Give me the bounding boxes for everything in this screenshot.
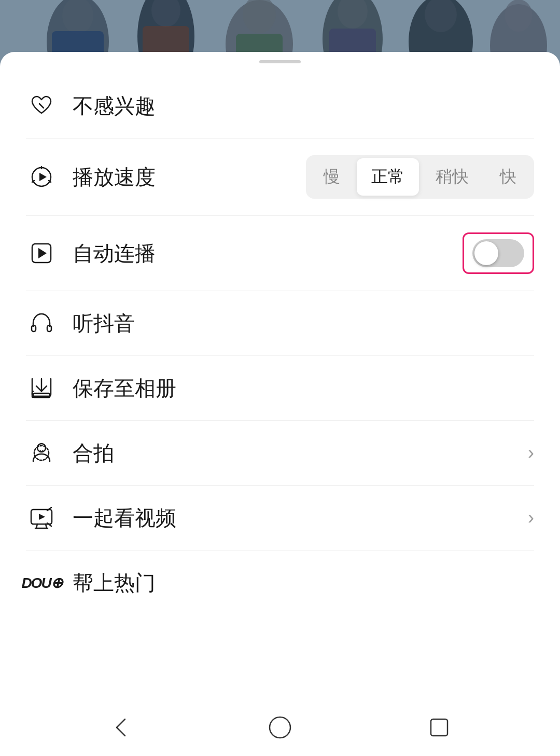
headphones-icon (26, 308, 57, 339)
nav-bar (0, 699, 560, 756)
auto-play-item[interactable]: 自动连播 (26, 216, 534, 291)
save-to-album-label: 保存至相册 (73, 374, 534, 403)
help-trending-item[interactable]: DOU⊕ 帮上热门 (26, 551, 534, 615)
nav-home-button[interactable] (259, 707, 301, 748)
bottom-sheet: 不感兴趣 播放速度 慢 正常 稍快 快 (0, 52, 560, 756)
watch-together-item[interactable]: 一起看视频 › (26, 486, 534, 551)
dou-plus-logo: DOU⊕ (21, 574, 61, 592)
listen-douyin-label: 听抖音 (73, 309, 534, 338)
svg-marker-19 (39, 173, 47, 181)
menu-list: 不感兴趣 播放速度 慢 正常 稍快 快 (0, 74, 560, 615)
toggle-knob (474, 241, 498, 265)
svg-marker-24 (38, 248, 47, 258)
speed-selector[interactable]: 慢 正常 稍快 快 (306, 155, 534, 199)
save-to-album-item[interactable]: 保存至相册 (26, 356, 534, 421)
svg-line-17 (39, 104, 44, 108)
download-icon (26, 373, 57, 404)
speed-slow[interactable]: 慢 (309, 158, 355, 196)
heart-broken-icon (26, 90, 57, 121)
svg-point-12 (505, 0, 533, 32)
not-interested-label: 不感兴趣 (73, 92, 534, 120)
svg-rect-34 (431, 719, 447, 736)
svg-point-29 (34, 446, 49, 460)
auto-play-toggle-wrapper (463, 232, 534, 274)
watch-together-icon (26, 502, 57, 533)
speed-normal[interactable]: 正常 (357, 158, 419, 196)
not-interested-item[interactable]: 不感兴趣 (26, 74, 534, 139)
drag-handle[interactable] (259, 60, 301, 63)
watch-together-label: 一起看视频 (73, 504, 523, 532)
nav-recents-button[interactable] (418, 707, 460, 748)
auto-play-icon (26, 238, 57, 269)
listen-douyin-item[interactable]: 听抖音 (26, 291, 534, 356)
collab-icon (26, 437, 57, 469)
nav-back-button[interactable] (100, 707, 142, 748)
speed-fast[interactable]: 快 (485, 158, 531, 196)
dou-icon: DOU⊕ (26, 567, 57, 598)
svg-marker-32 (39, 514, 45, 520)
help-trending-label: 帮上热门 (73, 569, 534, 597)
auto-play-toggle[interactable] (472, 239, 524, 267)
speed-slightly-fast[interactable]: 稍快 (421, 158, 483, 196)
playback-speed-icon (26, 161, 57, 193)
collab-chevron-icon: › (528, 442, 534, 464)
collab-label: 合拍 (73, 439, 523, 468)
playback-speed-item[interactable]: 播放速度 慢 正常 稍快 快 (26, 139, 534, 216)
watch-together-chevron-icon: › (528, 507, 534, 529)
collab-item[interactable]: 合拍 › (26, 421, 534, 486)
auto-play-label: 自动连播 (73, 239, 463, 268)
svg-point-28 (37, 444, 46, 452)
playback-speed-label: 播放速度 (73, 163, 306, 191)
svg-point-33 (270, 717, 290, 738)
